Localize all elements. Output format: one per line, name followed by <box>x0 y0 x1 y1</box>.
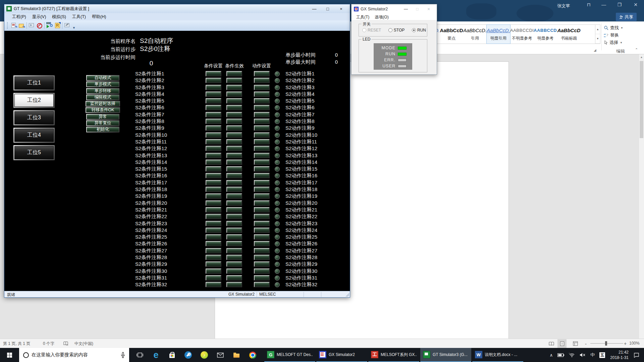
microphone-icon[interactable] <box>121 352 125 358</box>
action-lamp-icon[interactable] <box>275 160 280 165</box>
ime-mode-icon[interactable]: 五 <box>599 352 605 358</box>
condition-set-indicator[interactable] <box>206 125 221 131</box>
gt-menu-item[interactable]: 工具(T) <box>69 13 89 20</box>
music-icon[interactable]: ♪ <box>196 348 212 362</box>
action-set-indicator[interactable] <box>254 187 270 192</box>
action-lamp-icon[interactable] <box>275 78 280 83</box>
condition-active-indicator[interactable] <box>226 200 242 206</box>
condition-active-indicator[interactable] <box>226 193 242 199</box>
action-set-indicator[interactable] <box>254 139 270 144</box>
ribbon-display-options-icon[interactable]: ⊓ <box>584 2 594 7</box>
monitor-start-icon[interactable] <box>28 22 35 29</box>
gt-menu-item[interactable]: 显示(V) <box>29 13 49 20</box>
condition-active-indicator[interactable] <box>226 139 242 144</box>
volume-muted-icon[interactable] <box>580 353 586 357</box>
action-lamp-icon[interactable] <box>275 214 280 219</box>
hidden-icons-chevron[interactable]: ∧ <box>550 353 553 358</box>
action-set-indicator[interactable] <box>254 248 270 253</box>
condition-set-indicator[interactable] <box>206 214 221 219</box>
gx-menu-item[interactable]: 选项(O) <box>372 13 391 20</box>
condition-set-indicator[interactable] <box>206 98 221 104</box>
condition-active-indicator[interactable] <box>226 180 242 185</box>
word-restore-button[interactable]: ❐ <box>614 2 625 7</box>
action-set-indicator[interactable] <box>254 221 270 226</box>
condition-set-indicator[interactable] <box>206 105 221 110</box>
gt-close-button[interactable]: × <box>334 6 348 11</box>
condition-set-indicator[interactable] <box>206 187 221 192</box>
condition-active-indicator[interactable] <box>226 119 242 124</box>
condition-active-indicator[interactable] <box>226 173 242 178</box>
condition-set-indicator[interactable] <box>206 261 221 267</box>
taskbar-search[interactable]: 在这里输入你要搜索的内容 <box>19 348 129 362</box>
action-set-indicator[interactable] <box>254 92 270 97</box>
switch-radio[interactable]: RESET <box>362 28 381 33</box>
gx-menu-item[interactable]: 工具(T) <box>354 13 372 20</box>
action-set-indicator[interactable] <box>254 241 270 246</box>
condition-set-indicator[interactable] <box>206 71 221 76</box>
condition-set-indicator[interactable] <box>206 234 221 240</box>
action-set-indicator[interactable] <box>254 98 270 104</box>
condition-set-indicator[interactable] <box>206 268 221 274</box>
action-lamp-icon[interactable] <box>275 92 280 97</box>
gt-minimize-button[interactable]: — <box>308 6 321 11</box>
word-user-name[interactable]: 张文苹 <box>557 3 570 9</box>
action-lamp-icon[interactable] <box>275 99 280 104</box>
action-set-indicator[interactable] <box>254 132 270 138</box>
find-button[interactable]: 查找▼ <box>604 24 641 32</box>
action-set-indicator[interactable] <box>254 234 270 240</box>
gx-minimize-button[interactable]: — <box>400 7 412 11</box>
action-lamp-icon[interactable] <box>275 255 280 260</box>
action-lamp-icon[interactable] <box>275 139 280 144</box>
gt-menu-item[interactable]: 帮助(H) <box>89 13 109 20</box>
condition-set-indicator[interactable] <box>206 173 221 178</box>
action-set-indicator[interactable] <box>254 153 270 158</box>
action-set-indicator[interactable] <box>254 268 270 274</box>
condition-set-indicator[interactable] <box>206 180 221 185</box>
gt-menu-item[interactable]: 工程(P) <box>9 13 29 20</box>
gallery-more-icon[interactable]: ▼ <box>595 34 600 44</box>
action-lamp-icon[interactable] <box>275 133 280 138</box>
action-set-indicator[interactable] <box>254 112 270 117</box>
taskbar-clock[interactable]: 21:42 2018-1-31 <box>610 350 629 360</box>
condition-active-indicator[interactable] <box>226 187 242 192</box>
start-button[interactable] <box>0 348 19 362</box>
network-icon[interactable]: * <box>569 353 575 357</box>
open-icon[interactable]: ↷ <box>18 22 25 29</box>
open-project-icon[interactable]: ↷ <box>10 22 17 29</box>
action-lamp-icon[interactable] <box>275 269 280 274</box>
condition-active-indicator[interactable] <box>226 268 242 274</box>
condition-set-indicator[interactable] <box>206 112 221 117</box>
replace-button[interactable]: abac 替换 <box>604 32 641 39</box>
ime-language-indicator[interactable]: 中 <box>590 352 595 358</box>
select-button[interactable]: 选择▼ <box>604 39 641 46</box>
action-lamp-icon[interactable] <box>275 207 280 213</box>
page-count-status[interactable]: 第 1 页, 共 1 页 <box>3 341 30 347</box>
styles-dialog-launcher-icon[interactable]: ◢ <box>594 48 596 52</box>
action-set-indicator[interactable] <box>254 214 270 219</box>
action-lamp-icon[interactable] <box>275 153 280 158</box>
toolbar-grip[interactable] <box>7 22 9 29</box>
folder-icon[interactable] <box>228 348 245 362</box>
condition-active-indicator[interactable] <box>226 275 242 281</box>
action-lamp-icon[interactable] <box>275 235 280 240</box>
style-gallery-item[interactable]: AABBCCDI 不明显参考 <box>510 25 534 44</box>
condition-set-indicator[interactable] <box>206 160 221 165</box>
action-lamp-icon[interactable] <box>275 262 280 267</box>
condition-set-indicator[interactable] <box>206 119 221 124</box>
action-lamp-icon[interactable] <box>275 85 280 90</box>
tool-icon[interactable] <box>180 348 196 362</box>
proofing-icon[interactable] <box>63 341 69 346</box>
condition-set-indicator[interactable] <box>206 207 221 213</box>
read-mode-button[interactable] <box>547 339 556 348</box>
battery-icon[interactable] <box>557 353 564 357</box>
condition-active-indicator[interactable] <box>226 166 242 172</box>
action-lamp-icon[interactable] <box>275 71 280 76</box>
condition-set-indicator[interactable] <box>206 255 221 260</box>
zoom-in-button[interactable]: + <box>624 341 627 346</box>
resize-grip[interactable] <box>346 293 349 297</box>
gx-titlebar[interactable]: GX Simulator2 — □ × <box>352 4 437 13</box>
action-set-indicator[interactable] <box>254 160 270 165</box>
condition-active-indicator[interactable] <box>226 248 242 253</box>
word-close-button[interactable]: ✕ <box>631 2 641 7</box>
condition-set-indicator[interactable] <box>206 275 221 281</box>
